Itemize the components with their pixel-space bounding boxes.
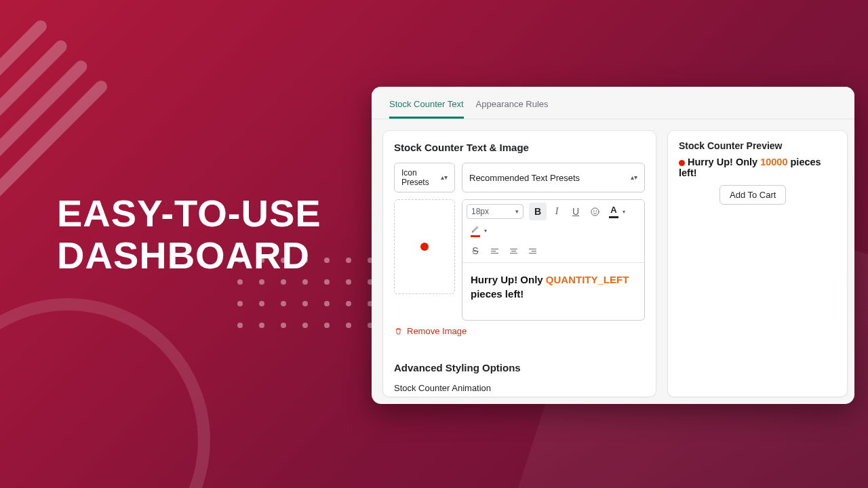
- preview-qty: 10000: [760, 157, 787, 167]
- section-title-text-image: Stock Counter Text & Image: [394, 142, 645, 153]
- animation-label: Stock Counter Animation: [394, 383, 645, 393]
- chevron-down-icon[interactable]: ▾: [484, 228, 487, 234]
- italic-button[interactable]: I: [548, 203, 566, 220]
- bold-button[interactable]: B: [529, 203, 547, 220]
- tabs: Stock Counter Text Appearance Rules: [372, 87, 854, 119]
- text-presets-label: Recommended Text Presets: [469, 173, 580, 183]
- preview-text-pre: Hurry Up! Only: [688, 157, 760, 167]
- red-dot-icon: [679, 160, 685, 166]
- highlight-color-button[interactable]: [467, 222, 484, 239]
- headline-line-1: EASY-TO-USE: [57, 192, 321, 235]
- select-caret-icon: ▴▾: [441, 174, 448, 181]
- advanced-styling-section: Advanced Styling Options Stock Counter A…: [383, 351, 656, 397]
- preset-row: Icon Presets ▴▾ Recommended Text Presets…: [394, 163, 645, 192]
- strikethrough-button[interactable]: S: [467, 242, 484, 260]
- icon-presets-select[interactable]: Icon Presets ▴▾: [394, 163, 455, 192]
- preview-line: Hurry Up! Only 10000 pieces left!: [679, 157, 836, 178]
- editor-content[interactable]: Hurry Up! Only QUANTITY_LEFT pieces left…: [462, 263, 644, 320]
- underline-button[interactable]: U: [567, 203, 585, 220]
- editor-toolbar: 18px ▾ B I U A: [462, 200, 644, 263]
- chevron-down-icon[interactable]: ▾: [623, 209, 625, 215]
- settings-card: Stock Counter Text & Image Icon Presets …: [382, 130, 656, 397]
- align-center-button[interactable]: [505, 242, 522, 260]
- font-size-value: 18px: [471, 207, 489, 216]
- align-right-icon: [528, 246, 538, 256]
- trash-icon: [394, 327, 403, 336]
- dashboard-panel: Stock Counter Text Appearance Rules Stoc…: [372, 87, 854, 404]
- highlighter-icon: [471, 224, 481, 234]
- text-image-section: Stock Counter Text & Image Icon Presets …: [383, 131, 656, 348]
- editor-text-pre: Hurry Up! Only: [471, 274, 546, 285]
- align-left-button[interactable]: [486, 242, 503, 260]
- emoji-button[interactable]: [586, 203, 604, 220]
- preview-card: Stock Counter Preview Hurry Up! Only 100…: [667, 130, 848, 397]
- svg-point-0: [591, 207, 598, 215]
- section-title-advanced: Advanced Styling Options: [394, 362, 645, 373]
- align-center-icon: [509, 246, 519, 256]
- editor-row: 18px ▾ B I U A: [394, 199, 645, 321]
- editor-variable: QUANTITY_LEFT: [546, 274, 629, 285]
- red-dot-icon: [420, 243, 429, 251]
- image-dropzone[interactable]: [394, 199, 455, 294]
- preview-title: Stock Counter Preview: [679, 140, 836, 151]
- svg-point-1: [593, 210, 594, 211]
- tab-stock-counter-text[interactable]: Stock Counter Text: [389, 95, 464, 119]
- tab-appearance-rules[interactable]: Appearance Rules: [476, 95, 549, 119]
- remove-image-button[interactable]: Remove Image: [394, 326, 467, 336]
- remove-image-label: Remove Image: [407, 326, 467, 336]
- decor-circle: [0, 298, 210, 488]
- add-to-cart-button[interactable]: Add To Cart: [719, 185, 786, 205]
- text-presets-select[interactable]: Recommended Text Presets ▴▾: [462, 163, 645, 192]
- select-caret-icon: ▴▾: [631, 174, 637, 181]
- font-size-select[interactable]: 18px ▾: [467, 204, 524, 219]
- align-right-button[interactable]: [524, 242, 541, 260]
- headline-line-2: DASHBOARD: [57, 235, 321, 277]
- marketing-stage: EASY-TO-USE DASHBOARD Stock Counter Text…: [0, 0, 868, 488]
- align-left-icon: [490, 246, 500, 256]
- chevron-down-icon: ▾: [515, 208, 519, 215]
- smile-icon: [590, 207, 600, 217]
- svg-point-2: [596, 210, 597, 211]
- panel-body: Stock Counter Text & Image Icon Presets …: [372, 119, 854, 404]
- icon-presets-label: Icon Presets: [401, 168, 441, 187]
- editor-text-post: pieces left!: [471, 288, 524, 300]
- headline: EASY-TO-USE DASHBOARD: [57, 192, 321, 276]
- text-color-button[interactable]: A: [605, 203, 623, 220]
- rich-text-editor: 18px ▾ B I U A: [462, 199, 645, 321]
